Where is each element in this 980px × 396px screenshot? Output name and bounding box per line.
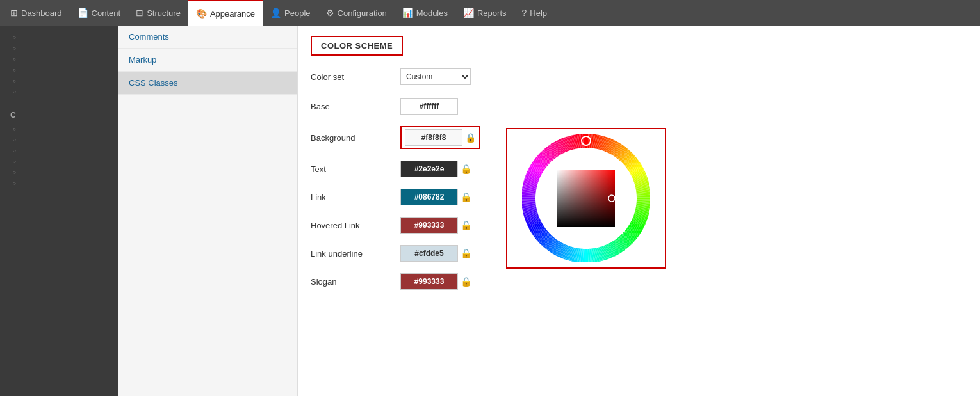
color-label-base: Base <box>311 102 400 111</box>
color-input-link: #086782 🔒 <box>400 189 471 205</box>
lock-icon-link-underline[interactable]: 🔒 <box>461 248 471 258</box>
reports-icon: 📈 <box>463 8 474 18</box>
color-swatch-link-underline[interactable]: #cfdde5 <box>400 245 458 262</box>
nav-structure[interactable]: ⊟ Structure <box>128 0 188 26</box>
color-label-slogan: Slogan <box>311 277 400 287</box>
color-label-background: Background <box>311 133 400 143</box>
color-input-base: #ffffff <box>400 98 458 115</box>
color-label-link-underline: Link underline <box>311 249 400 258</box>
nav-reports[interactable]: 📈 Reports <box>455 0 514 26</box>
color-swatch-background[interactable]: #f8f8f8 <box>405 129 462 146</box>
nav-help[interactable]: ? Help <box>514 0 555 26</box>
structure-icon: ⊟ <box>136 8 143 18</box>
sidebar-bullet-5 <box>0 75 118 86</box>
color-row-hovered-link: Hovered Link #993333 🔒 <box>311 217 480 234</box>
dashboard-icon: ⊞ <box>10 8 18 18</box>
nav-dashboard[interactable]: ⊞ Dashboard <box>3 0 70 26</box>
color-row-base: Base #ffffff <box>311 98 480 115</box>
color-label-text: Text <box>311 164 400 174</box>
sidebar-bullet-1 <box>0 32 118 43</box>
color-row-text: Text #2e2e2e 🔒 <box>311 161 480 177</box>
lock-icon-hovered-link[interactable]: 🔒 <box>461 220 471 230</box>
color-wheel-svg <box>522 134 650 262</box>
modules-icon: 📊 <box>402 8 413 18</box>
sidebar-bullet-9 <box>0 145 118 156</box>
help-icon: ? <box>522 8 527 18</box>
lock-icon-slogan[interactable]: 🔒 <box>461 276 471 287</box>
colorset-select[interactable]: Custom Default <box>400 68 471 85</box>
subnav-comments[interactable]: Comments <box>118 26 297 49</box>
gradient-square[interactable] <box>557 170 615 227</box>
colorset-label: Color set <box>311 72 400 82</box>
lock-icon-background[interactable]: 🔒 <box>465 132 476 143</box>
configuration-icon: ⚙ <box>326 8 334 18</box>
sidebar-bullet-3 <box>0 54 118 65</box>
sidebar-bullet-6 <box>0 86 118 97</box>
color-row-link-underline: Link underline #cfdde5 🔒 <box>311 245 480 262</box>
top-nav: ⊞ Dashboard 📄 Content ⊟ Structure 🎨 Appe… <box>0 0 980 26</box>
color-input-text: #2e2e2e 🔒 <box>400 161 471 177</box>
color-swatch-slogan[interactable]: #993333 <box>400 273 458 290</box>
color-row-link: Link #086782 🔒 <box>311 189 480 205</box>
color-picker-panel <box>493 115 679 312</box>
colorset-row: Color set Custom Default <box>311 68 480 85</box>
content-area: COLOR SCHEME Color set Custom Default Ba… <box>298 26 980 396</box>
color-swatch-base[interactable]: #ffffff <box>400 98 458 115</box>
color-label-link: Link <box>311 193 400 202</box>
sidebar-bullet-12 <box>0 178 118 189</box>
sidebar-bullet-4 <box>0 65 118 75</box>
sidebar-bullet-8 <box>0 134 118 145</box>
sidebar-bullet-2 <box>0 43 118 54</box>
sidebar-section-label: C <box>0 107 118 123</box>
color-scheme-header: COLOR SCHEME <box>311 36 403 56</box>
appearance-icon: 🎨 <box>196 8 207 19</box>
nav-configuration[interactable]: ⚙ Configuration <box>318 0 395 26</box>
people-icon: 👤 <box>270 8 281 18</box>
color-scheme-section: COLOR SCHEME Color set Custom Default Ba… <box>298 26 493 312</box>
subnav-markup[interactable]: Markup <box>118 49 297 72</box>
color-input-slogan: #993333 🔒 <box>400 273 471 290</box>
left-sidebar: C <box>0 26 118 396</box>
color-swatch-text[interactable]: #2e2e2e <box>400 161 458 177</box>
color-swatch-hovered-link[interactable]: #993333 <box>400 217 458 234</box>
nav-content[interactable]: 📄 Content <box>70 0 129 26</box>
nav-appearance[interactable]: 🎨 Appearance <box>188 0 263 26</box>
sub-nav: Comments Markup CSS Classes <box>118 26 298 396</box>
subnav-css-classes[interactable]: CSS Classes <box>118 72 297 95</box>
color-row-slogan: Slogan #993333 🔒 <box>311 273 480 290</box>
background-highlight-box: #f8f8f8 🔒 <box>400 126 480 149</box>
sidebar-bullet-11 <box>0 167 118 178</box>
color-swatch-link[interactable]: #086782 <box>400 189 458 205</box>
sidebar-bullet-7 <box>0 123 118 134</box>
color-input-hovered-link: #993333 🔒 <box>400 217 471 234</box>
sidebar-bullet-10 <box>0 156 118 167</box>
content-icon: 📄 <box>78 8 88 18</box>
lock-icon-link[interactable]: 🔒 <box>461 192 471 202</box>
nav-modules[interactable]: 📊 Modules <box>395 0 455 26</box>
color-label-hovered-link: Hovered Link <box>311 221 400 230</box>
color-picker-box[interactable] <box>506 128 666 269</box>
color-row-background: Background #f8f8f8 🔒 <box>311 126 480 149</box>
lock-icon-text[interactable]: 🔒 <box>461 164 471 174</box>
color-input-link-underline: #cfdde5 🔒 <box>400 245 471 262</box>
nav-people[interactable]: 👤 People <box>263 0 318 26</box>
color-wheel <box>522 134 650 262</box>
